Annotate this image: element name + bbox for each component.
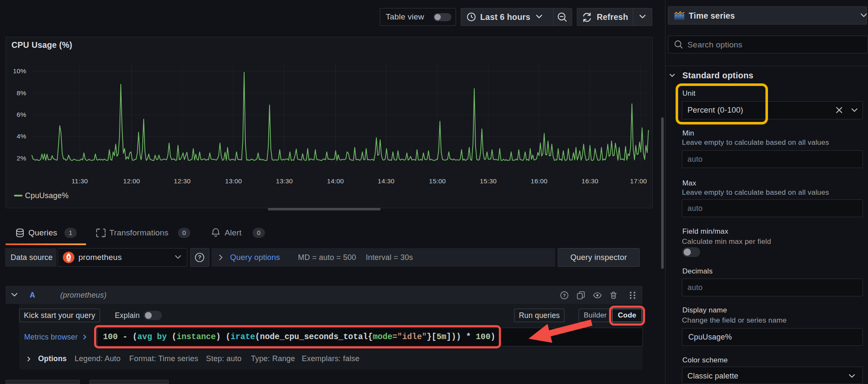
svg-text:?: ? [198,254,201,260]
svg-text:?: ? [563,293,566,298]
